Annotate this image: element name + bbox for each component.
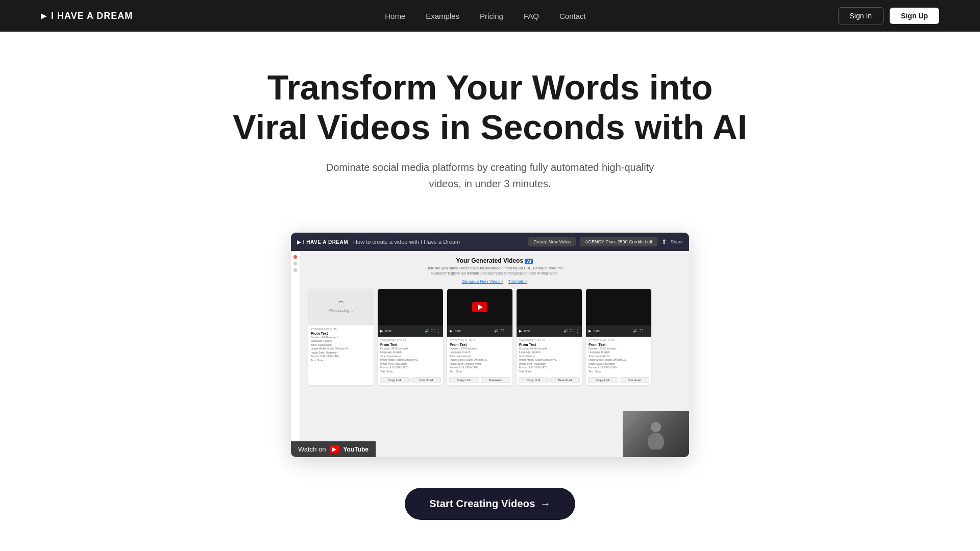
nav-link-home[interactable]: Home [385, 12, 405, 20]
more-icon-4[interactable]: ⋮ [576, 329, 579, 333]
video-thumb-3 [447, 289, 512, 325]
card-date-4: 27/03/2024 01:42:38 [519, 339, 579, 342]
hero-section: Transform Your Words into Viral Videos i… [0, 32, 980, 233]
copy-link-btn-5[interactable]: Copy Link [588, 377, 618, 383]
video-topbar: ▶ I HAVE A DREAM How to create a video w… [291, 233, 689, 251]
volume-icon-4[interactable]: 🔊 [564, 329, 568, 333]
nav-link-contact[interactable]: Contact [559, 12, 586, 20]
bar-time-4: 0:00 [524, 330, 530, 333]
card-info-1: 27/03/2024 12:21:35 From Text Duration: … [308, 325, 374, 365]
play-icon-3[interactable]: ▶ [450, 329, 452, 333]
volume-icon-3[interactable]: 🔊 [494, 329, 499, 333]
volume-icon-2[interactable]: 🔊 [425, 329, 429, 333]
play-icon-4[interactable]: ▶ [519, 329, 522, 333]
yt-play-button-3[interactable] [472, 302, 487, 312]
ai-badge: AI [525, 259, 533, 264]
signin-button[interactable]: Sign In [838, 7, 884, 24]
card-label-3: From Text [450, 343, 510, 346]
fullscreen-icon-2[interactable]: ⛶ [431, 329, 435, 333]
video-card-1: Processing... 27/03/2024 12:21:35 From T… [308, 289, 374, 386]
yt-play-triangle-3 [478, 305, 483, 310]
processing-spinner [337, 301, 345, 308]
navbar-links: Home Examples Pricing FAQ Contact [385, 12, 585, 20]
video-bar-4: ▶ 0:00 🔊 ⛶ ⋮ [517, 325, 582, 337]
bar-time-2: 0:00 [385, 330, 391, 333]
bar-time-5: 0:00 [594, 330, 600, 333]
nav-link-pricing[interactable]: Pricing [480, 12, 503, 20]
download-btn-5[interactable]: Download [620, 377, 650, 383]
card-meta-1: Duration: 60-90 seconds Language: Englis… [311, 336, 371, 363]
video-card-3: ▶ 0:00 🔊 ⛶ ⋮ 27/03/2024 11:10:17 [447, 289, 512, 386]
person-thumb-inner [623, 411, 689, 457]
card-label-1: From Text [311, 332, 371, 335]
video-thumb-4 [517, 289, 582, 325]
tutorials-link[interactable]: Tutorials > [508, 279, 527, 284]
processing-text: Processing... [329, 308, 353, 313]
generate-new-video-link[interactable]: Generate New Video > [462, 279, 503, 284]
watch-on-youtube-bar: Watch on ▶ YouTube [291, 441, 376, 457]
card-meta-2: Duration: 30-60 seconds Language: Englis… [380, 347, 440, 374]
copy-link-btn-3[interactable]: Copy Link [449, 377, 479, 383]
hero-title-line2: Viral Videos in Seconds with AI [233, 108, 747, 146]
download-btn-3[interactable]: Download [481, 377, 511, 383]
video-thumb-1: Processing... [308, 289, 374, 325]
youtube-logo-icon: ▶ [330, 445, 339, 453]
topbar-right-actions: Create New Video AGENCY Plan: 2500 Credi… [528, 237, 683, 246]
share-icon[interactable]: ⬆ [662, 238, 667, 245]
create-new-video-button[interactable]: Create New Video [528, 237, 576, 246]
navbar: ▶ I HAVE A DREAM Home Examples Pricing F… [0, 0, 980, 32]
topbar-logo: ▶ I HAVE A DREAM [297, 239, 348, 245]
video-card-5: ▶ 0:00 🔊 ⛶ ⋮ 27/03/2024 00:11:50 [586, 289, 651, 386]
video-card-2: ▶ 0:00 🔊 ⛶ ⋮ 27/03/2024 11:58:20 [378, 289, 443, 386]
play-icon-2[interactable]: ▶ [380, 329, 383, 333]
cta-section: Start Creating Videos → [0, 478, 980, 550]
card-meta-4: Duration: 60-90 seconds Language: Englis… [519, 347, 579, 374]
svg-point-0 [651, 422, 661, 432]
card-date-2: 27/03/2024 11:58:20 [380, 339, 440, 342]
watch-text: Watch on [298, 445, 326, 453]
download-btn-4[interactable]: Download [550, 377, 580, 383]
card-date-3: 27/03/2024 11:10:17 [450, 339, 510, 342]
card-btns-2: Copy Link Download [378, 375, 443, 385]
hero-title: Transform Your Words into Viral Videos i… [20, 67, 960, 147]
download-btn-2[interactable]: Download [411, 377, 442, 383]
card-info-4: 27/03/2024 01:42:38 From Text Duration: … [517, 337, 582, 376]
copy-link-btn-4[interactable]: Copy Link [519, 377, 549, 383]
card-date-1: 27/03/2024 12:21:35 [311, 328, 371, 331]
volume-icon-5[interactable]: 🔊 [633, 329, 638, 333]
signup-button[interactable]: Sign Up [890, 8, 939, 24]
agency-plan-button[interactable]: AGENCY Plan: 2500 Credits Left [580, 237, 657, 246]
nav-link-faq[interactable]: FAQ [524, 12, 539, 20]
card-label-5: From Text [589, 343, 649, 346]
card-info-2: 27/03/2024 11:58:20 From Text Duration: … [378, 337, 443, 376]
play-icon-5[interactable]: ▶ [589, 329, 591, 333]
more-icon-3[interactable]: ⋮ [506, 329, 510, 333]
dashboard-desc: Here are your latest videos ready for do… [418, 266, 571, 276]
fullscreen-icon-4[interactable]: ⛶ [570, 329, 574, 333]
svg-point-1 [648, 433, 664, 449]
card-info-3: 27/03/2024 11:10:17 From Text Duration: … [447, 337, 512, 376]
topbar-title: How to create a video with I Have a Drea… [353, 239, 460, 245]
dashboard-title: Your Generated Videos AI [308, 257, 681, 264]
card-meta-3: Duration: 60-90 seconds Language: French… [450, 347, 510, 374]
bar-time-3: 0:00 [455, 330, 461, 333]
logo-text: I HAVE A DREAM [51, 11, 133, 21]
sidebar-icon-gray1 [293, 262, 297, 265]
card-date-5: 27/03/2024 00:11:50 [589, 339, 649, 342]
video-card-4: ▶ 0:00 🔊 ⛶ ⋮ 27/03/2024 01:42:38 [517, 289, 582, 386]
nav-link-examples[interactable]: Examples [426, 12, 459, 20]
cta-arrow-icon: → [541, 498, 551, 510]
hero-subtitle: Dominate social media platforms by creat… [316, 159, 664, 192]
card-btns-5: Copy Link Download [586, 375, 651, 385]
fullscreen-icon-3[interactable]: ⛶ [501, 329, 504, 333]
sidebar-icon-gray2 [293, 268, 297, 272]
youtube-label: YouTube [343, 446, 369, 453]
copy-link-btn-2[interactable]: Copy Link [380, 377, 410, 383]
fullscreen-icon-5[interactable]: ⛶ [640, 329, 643, 333]
video-thumb-2 [378, 289, 443, 325]
start-creating-button[interactable]: Start Creating Videos → [405, 488, 575, 520]
more-icon-5[interactable]: ⋮ [645, 329, 649, 333]
video-bar-2: ▶ 0:00 🔊 ⛶ ⋮ [378, 325, 443, 337]
more-icon-2[interactable]: ⋮ [437, 329, 440, 333]
video-cards-row: Processing... 27/03/2024 12:21:35 From T… [308, 289, 681, 386]
